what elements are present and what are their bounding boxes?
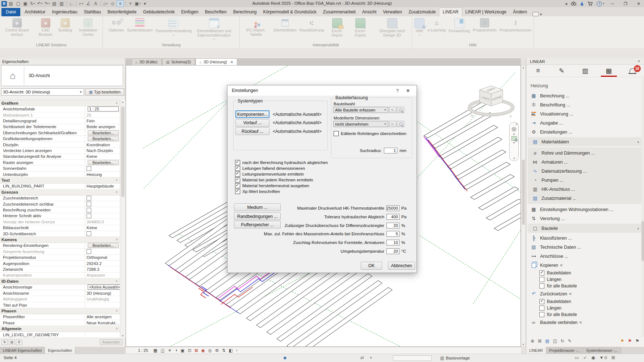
edit-button[interactable]: Bearbeiten... xyxy=(88,243,119,248)
value-text[interactable]: Unabhängig xyxy=(87,297,109,301)
columns-icon[interactable]: ▥ xyxy=(575,65,595,77)
dialog-help-button[interactable]: ? xyxy=(391,88,404,93)
property-section-allgemein[interactable]: Allgemein∧ xyxy=(0,326,120,332)
linear-item-pumpen-[interactable]: Pumpen ... xyxy=(528,176,643,185)
linear-item-hk-anschluss-[interactable]: HK-Anschluss ... xyxy=(528,185,643,194)
modify-dropdown[interactable]: ▾ xyxy=(532,12,542,16)
linear-check-bauteildaten[interactable]: Bauteildaten xyxy=(526,298,644,305)
canvas-vertical-scrollbar[interactable]: ▲ ▼ xyxy=(521,65,526,347)
checkbox[interactable] xyxy=(87,249,91,254)
navbar-minimize-icon[interactable]: ⊖ xyxy=(513,157,515,160)
pick-element-button[interactable]: ↖ xyxy=(389,107,396,113)
option-checkbox-row[interactable]: Leitungswärmeverluste ermitteln xyxy=(235,171,328,177)
ribbon-tab-betonfertigteile[interactable]: Betonfertigteile xyxy=(104,8,140,16)
ribbon-button-ifc-import-tabelle[interactable]: IFC-Import-Tabelle xyxy=(240,17,272,38)
transfer-icon[interactable]: ▥ xyxy=(58,1,65,7)
zoom-dropdown-icon[interactable]: ▼ xyxy=(513,142,515,144)
ribbon-tab--ndern[interactable]: Ändern xyxy=(510,8,530,16)
minimize-button[interactable]: ─ xyxy=(608,0,617,7)
ribbon-button-fernwartung[interactable]: Fernwartung xyxy=(447,17,471,34)
edit-icon[interactable]: ✎ xyxy=(552,65,572,77)
collapse-chevron-icon[interactable]: ∧ xyxy=(116,190,118,194)
aligned-dimension-icon[interactable]: ∟ xyxy=(68,1,75,7)
menu-icon[interactable]: ≡ xyxy=(528,65,548,77)
temporary-properties-icon[interactable]: ⇅ xyxy=(222,348,226,353)
linear-check-längen[interactable]: Längen xyxy=(526,305,644,311)
notifications-bell-icon[interactable]: 18 xyxy=(622,65,643,77)
pipe-tool-icon[interactable]: ⊕ xyxy=(531,338,534,344)
linear-item-verortung-[interactable]: Verortung ... xyxy=(526,214,644,223)
option-checkbox-row[interactable]: Leitungen fallend dimensionieren xyxy=(235,165,328,171)
value-text[interactable]: Orthogonal xyxy=(87,255,107,260)
dialog-title-bar[interactable]: Einstellungen ? ✕ xyxy=(227,85,417,96)
sort-ascending-icon[interactable]: ⇅ xyxy=(1,340,8,345)
calculator-icon[interactable]: ▦ xyxy=(599,65,619,77)
value-text[interactable]: Hauptgebäude xyxy=(87,184,114,188)
linear-item-klassifizieren-[interactable]: Klassifizieren ... xyxy=(526,233,644,243)
ribbon-tab-beschriften[interactable]: Beschriften xyxy=(202,8,230,16)
user-account-icon[interactable]: ♟ xyxy=(580,1,584,7)
ribbon-tab-verwalten[interactable]: Verwalten xyxy=(380,8,405,16)
save-icon[interactable]: ▣ xyxy=(22,1,29,7)
value-text[interactable]: 3D (Heizung) xyxy=(87,291,111,295)
property-section-kamera[interactable]: Kamera∧ xyxy=(0,237,120,243)
warning-flag-orange-icon[interactable]: ⚑ xyxy=(620,338,624,344)
ribbon-button-elementlisten[interactable]: Elementlisten xyxy=(273,17,298,33)
checkbox[interactable] xyxy=(235,183,240,188)
numeric-input[interactable]: 5 xyxy=(386,231,400,237)
group-arrow-icon[interactable]: ▴ xyxy=(637,227,639,230)
panel-tab-projektbrowser-[interactable]: Projektbrowser -... xyxy=(546,347,583,354)
scroll-up-icon[interactable]: ▲ xyxy=(120,101,125,103)
value-text[interactable]: Heizung xyxy=(87,172,102,177)
crop-view-icon[interactable]: ⊠ xyxy=(195,348,198,353)
ribbon-tab-berechnung[interactable]: Berechnung xyxy=(230,8,260,16)
ribbon-tab-geb-udetechnik[interactable]: Gebäudetechnik xyxy=(140,8,178,16)
redo-icon[interactable]: ↷▾ xyxy=(44,1,50,7)
search-button[interactable] xyxy=(397,121,404,127)
ok-button[interactable]: OK xyxy=(361,262,382,270)
sort-by-group-icon[interactable]: ▤ xyxy=(9,340,15,345)
collapse-panel-icon[interactable]: ◂ xyxy=(565,1,567,6)
ribbon-tab-einf-gen[interactable]: Einfügen xyxy=(178,8,201,16)
linear-item-materialdaten[interactable]: Materialdaten▴ xyxy=(528,137,643,146)
linear-check-für-alle-bauteile[interactable]: für alle Bauteile xyxy=(526,311,644,318)
app-store-cart-icon[interactable] xyxy=(587,1,593,6)
group-arrow-icon[interactable]: ▴ xyxy=(637,140,639,143)
stamp-tool-icon[interactable]: ◫ xyxy=(553,338,557,344)
checkbox[interactable] xyxy=(235,172,240,177)
property-section-grenzen[interactable]: Grenzen∧ xyxy=(0,189,120,195)
value-text[interactable]: Beide anzeigen xyxy=(87,125,115,129)
reveal-hidden-icon[interactable]: ⚙ xyxy=(215,348,219,353)
linear-item-technische-daten-[interactable]: Technische Daten ... xyxy=(526,243,644,252)
rohrlaengen-checkbox-row[interactable]: Editierte Rohrlängen überschreiben xyxy=(334,131,406,136)
ribbon-button-building[interactable]: Building xyxy=(58,17,73,33)
value-text[interactable]: 29243.2 xyxy=(87,261,102,266)
view-tab-3d-k-lte-[interactable]: ⌂3D (Kälte) xyxy=(131,58,162,65)
linear-check-für-alle-bauteile[interactable]: für alle Bauteile xyxy=(526,283,644,289)
ribbon-tab-ansicht[interactable]: Ansicht xyxy=(359,8,380,16)
ribbon-tab-zusatzmodule[interactable]: Zusatzmodule xyxy=(405,8,439,16)
value-text[interactable]: Keine xyxy=(87,226,97,230)
constraints-icon[interactable]: ‹ xyxy=(236,348,238,353)
crop-region-icon[interactable]: ◉ xyxy=(201,348,205,353)
value-text[interactable]: Keine xyxy=(87,154,97,159)
thin-lines-icon[interactable]: ≡ xyxy=(117,0,124,7)
numeric-input[interactable]: 25000 xyxy=(386,205,400,211)
ribbon-tab-architektur[interactable]: Architektur xyxy=(21,8,49,16)
value-input[interactable]: 1 : 25 xyxy=(88,106,119,111)
ribbon-tab-zusammenarbeit[interactable]: Zusammenarbeit xyxy=(320,8,359,16)
selection-filter-icon[interactable]: ▼:0 xyxy=(599,355,607,360)
scroll-down-icon[interactable]: ▼ xyxy=(521,343,526,346)
revit-logo[interactable]: R xyxy=(1,1,7,7)
linear-item-visualisierung-[interactable]: Visualisierung ... xyxy=(526,109,644,118)
value-text[interactable]: Alle anzeigen xyxy=(87,315,112,319)
numeric-input[interactable]: 20 xyxy=(386,223,400,228)
pick-element-button[interactable]: ↖ xyxy=(389,121,396,127)
option-checkbox-row[interactable]: Xp-Wert beschriften xyxy=(235,189,328,194)
property-section-id-daten[interactable]: ID-Daten∧ xyxy=(0,278,120,284)
linear-item-bauteile[interactable]: Bauteile▴ xyxy=(528,224,643,233)
open-icon[interactable]: ▢ xyxy=(15,1,21,7)
value-text[interactable]: 304800.0 xyxy=(87,220,104,224)
collapse-chevron-icon[interactable]: ∧ xyxy=(116,238,118,241)
linear-item-anschlüsse-[interactable]: Anschlüsse ... xyxy=(526,252,644,261)
